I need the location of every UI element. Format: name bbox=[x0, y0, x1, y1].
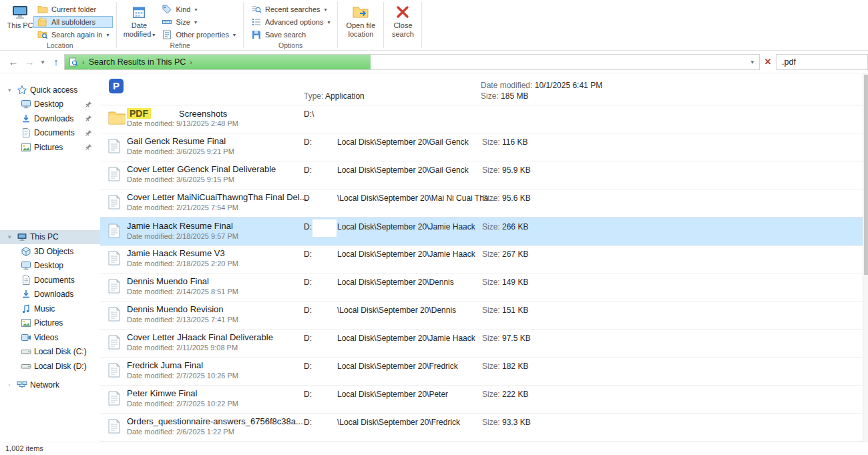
type-label: Type: bbox=[304, 91, 323, 101]
back-button[interactable]: ← bbox=[5, 56, 21, 67]
sidebar-item-downloads[interactable]: Downloads bbox=[0, 288, 100, 302]
recent-searches-button[interactable]: Recent searches ▾ bbox=[247, 3, 334, 15]
result-row[interactable]: Dennis Muendo RevisionDate modified: 2/1… bbox=[100, 302, 863, 330]
sidebar-item-local-disk-c-[interactable]: Local Disk (C:) bbox=[0, 345, 100, 360]
svg-text:P: P bbox=[113, 80, 120, 91]
file-path: \Local Disk\September 20\Fredrick bbox=[337, 418, 460, 427]
current-folder-button[interactable]: Current folder bbox=[33, 3, 113, 15]
forward-button[interactable]: → bbox=[21, 56, 37, 67]
result-row[interactable]: Cover Letter GGenck Final DeliverableDat… bbox=[100, 161, 863, 189]
sidebar-item-documents[interactable]: Documents bbox=[0, 273, 100, 288]
this-pc-button[interactable]: This PC bbox=[7, 1, 33, 30]
advanced-options-button[interactable]: Advanced options ▾ bbox=[247, 16, 334, 28]
all-subfolders-label: All subfolders bbox=[51, 18, 95, 26]
sidebar-item-network[interactable]: ›Network bbox=[0, 378, 100, 393]
expand-chevron-icon[interactable]: ▾ bbox=[8, 234, 17, 240]
cube-icon bbox=[21, 246, 34, 257]
up-button[interactable]: ↑ bbox=[48, 56, 64, 67]
date-modified-button[interactable]: Date modified▾ bbox=[120, 1, 158, 39]
vertical-scrollbar[interactable] bbox=[863, 73, 868, 442]
file-name: Dennis Muendo Final bbox=[127, 276, 209, 286]
result-row[interactable]: Cover Letter MaiNiCuaiThawngTha Final De… bbox=[100, 189, 863, 217]
search-again-in-button[interactable]: Search again in ▾ bbox=[33, 29, 113, 41]
sidebar-item-label: Desktop bbox=[34, 261, 63, 270]
location-group-label: Location bbox=[4, 41, 116, 49]
sidebar-item-label: Quick access bbox=[30, 85, 77, 95]
computer-icon bbox=[11, 3, 29, 21]
save-search-button[interactable]: Save search bbox=[247, 29, 334, 41]
sidebar-item-music[interactable]: Music bbox=[0, 302, 100, 316]
open-file-location-button[interactable]: Open file location bbox=[341, 1, 380, 39]
video-icon bbox=[21, 332, 34, 343]
sidebar-item-quick-access[interactable]: ▾Quick access bbox=[0, 83, 100, 97]
expand-chevron-icon[interactable]: ▾ bbox=[8, 87, 17, 93]
date-modified-label: Date modified bbox=[124, 21, 152, 38]
document-icon bbox=[108, 139, 120, 153]
pin-icon bbox=[84, 115, 92, 123]
close-search-button[interactable]: Close search bbox=[387, 1, 418, 39]
this-pc-button-label: This PC bbox=[7, 21, 33, 30]
size-button[interactable]: Size ▾ bbox=[158, 16, 240, 28]
result-row[interactable]: Gail Genck Resume FinalDate modified: 3/… bbox=[100, 133, 863, 161]
navigation-bar: ← → ▾ ↑ › Search Results in This PC › ▾ … bbox=[0, 51, 868, 73]
sidebar-item-local-disk-d-[interactable]: Local Disk (D:) bbox=[0, 359, 100, 374]
expand-chevron-icon[interactable]: › bbox=[8, 382, 17, 388]
sidebar-item-3d-objects[interactable]: 3D Objects bbox=[0, 244, 100, 259]
ribbon-group-location: This PC Current folder All subfolders Se… bbox=[4, 0, 116, 50]
result-row-application[interactable]: P Date modified: 10/1/2025 6:41 PM Type:… bbox=[100, 73, 863, 105]
file-date-modified: Date modified: 2/6/2025 1:22 PM bbox=[127, 428, 234, 436]
sidebar-item-this-pc[interactable]: ▾This PC bbox=[0, 230, 100, 245]
address-dropdown-icon[interactable]: ▾ bbox=[746, 59, 758, 65]
search-again-in-label: Search again in bbox=[51, 31, 102, 39]
result-row[interactable]: Peter Kimwe FinalDate modified: 2/7/2025… bbox=[100, 386, 863, 414]
scrollbar-thumb[interactable] bbox=[864, 75, 868, 275]
sidebar-item-desktop[interactable]: Desktop bbox=[0, 97, 100, 112]
breadcrumb[interactable]: Search Results in This PC bbox=[89, 57, 186, 67]
file-explorer-window: This PC Current folder All subfolders Se… bbox=[0, 0, 868, 455]
pic-icon bbox=[21, 142, 34, 153]
breadcrumb-chevron-icon[interactable]: › bbox=[81, 58, 86, 66]
file-path: Local Disk\September 20\Jamie Haack bbox=[337, 222, 475, 232]
kind-button[interactable]: Kind ▾ bbox=[158, 3, 240, 15]
breadcrumb-chevron-icon[interactable]: › bbox=[188, 58, 194, 66]
stop-search-button[interactable]: ✕ bbox=[760, 51, 776, 73]
file-path: \Local Disk\September 20\Dennis bbox=[337, 306, 456, 315]
sidebar-item-documents[interactable]: Documents bbox=[0, 126, 100, 141]
all-subfolders-button[interactable]: All subfolders bbox=[33, 16, 113, 28]
document-icon bbox=[108, 391, 120, 406]
file-date-modified: Date modified: 2/14/2025 8:51 PM bbox=[127, 288, 238, 296]
other-properties-button[interactable]: Other properties ▾ bbox=[158, 29, 240, 41]
items-count: 1,002 items bbox=[5, 444, 43, 452]
file-date-modified: Date modified: 2/7/2025 10:22 PM bbox=[127, 400, 238, 408]
sidebar-item-videos[interactable]: Videos bbox=[0, 330, 100, 345]
folder-icon bbox=[108, 111, 126, 125]
open-file-location-label: Open file location bbox=[341, 21, 380, 39]
result-row[interactable]: Fredrick Juma FinalDate modified: 2/7/20… bbox=[100, 358, 863, 386]
file-name: PDFScreenshots bbox=[127, 108, 227, 119]
pin-icon bbox=[84, 129, 92, 137]
kind-label: Kind bbox=[176, 5, 190, 13]
sidebar-item-label: This PC bbox=[30, 232, 59, 242]
file-path: Local Disk\September 20\Peter bbox=[337, 390, 448, 399]
search-input[interactable] bbox=[777, 57, 867, 67]
result-row[interactable]: PDFScreenshotsDate modified: 9/13/2025 2… bbox=[100, 105, 863, 133]
result-row[interactable]: Jamie Haack Resume FinalDate modified: 2… bbox=[100, 217, 863, 246]
recent-locations-chevron-icon[interactable]: ▾ bbox=[37, 59, 48, 65]
file-name: Cover Letter JHaack Final Deliverable bbox=[127, 332, 273, 342]
sidebar-item-label: Local Disk (D:) bbox=[34, 362, 87, 371]
result-row[interactable]: Jamie Haack Resume V3Date modified: 2/18… bbox=[100, 246, 863, 274]
net-icon bbox=[17, 380, 30, 390]
result-row[interactable]: Cover Letter JHaack Final DeliverableDat… bbox=[100, 330, 863, 358]
sidebar-item-pictures[interactable]: Pictures bbox=[0, 140, 100, 155]
properties-icon bbox=[162, 29, 172, 40]
result-row[interactable]: Dennis Muendo FinalDate modified: 2/14/2… bbox=[100, 274, 863, 302]
file-date-modified: Date modified: 2/7/2025 10:26 PM bbox=[127, 372, 238, 380]
search-box bbox=[776, 54, 868, 70]
ribbon-separator bbox=[243, 2, 244, 48]
result-row[interactable]: Orders_questionnaire-answers_6756f8c38a.… bbox=[100, 414, 863, 442]
sidebar-item-pictures[interactable]: Pictures bbox=[0, 316, 100, 331]
address-bar[interactable]: › Search Results in This PC › ▾ bbox=[64, 54, 760, 70]
sidebar-item-downloads[interactable]: Downloads bbox=[0, 111, 100, 126]
sidebar-item-label: Downloads bbox=[34, 114, 73, 123]
sidebar-item-desktop[interactable]: Desktop bbox=[0, 259, 100, 274]
